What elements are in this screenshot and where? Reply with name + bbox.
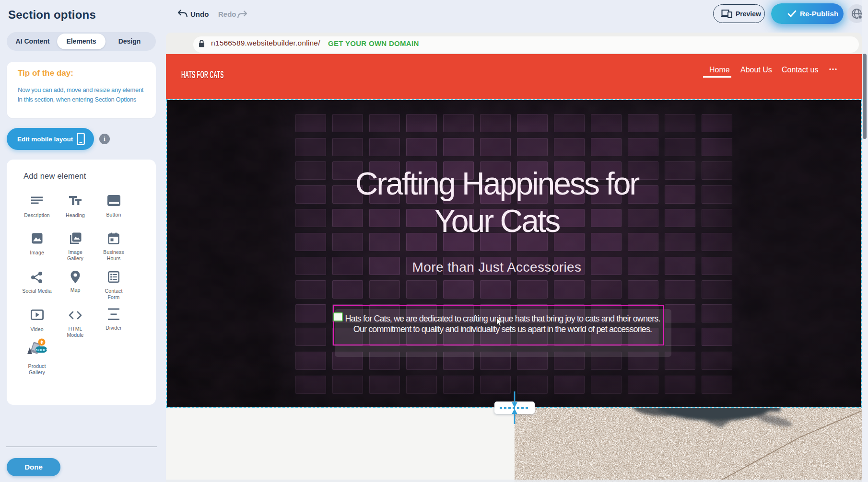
- svg-text:SHOP: SHOP: [36, 348, 47, 352]
